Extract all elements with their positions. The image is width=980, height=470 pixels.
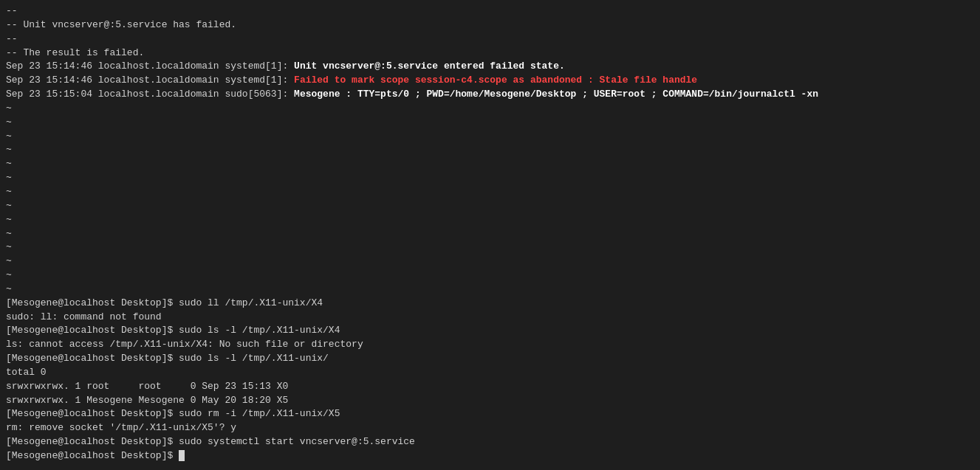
line-4: -- The result is failed. bbox=[6, 46, 974, 61]
line-tilde-7: ~ bbox=[6, 185, 974, 199]
line-7: Sep 23 15:15:04 localhost.localdomain su… bbox=[6, 88, 974, 102]
line-tilde-13: ~ bbox=[6, 269, 974, 283]
terminal-output: -- -- Unit vncserver@:5.service has fail… bbox=[6, 4, 974, 463]
line-prompt[interactable]: [Mesogene@localhost Desktop]$ bbox=[6, 449, 974, 463]
line-cmd-7: srwxrwxrwx. 1 root root 0 Sep 23 15:13 X… bbox=[6, 380, 974, 394]
line-tilde-6: ~ bbox=[6, 171, 974, 185]
line-tilde-14: ~ bbox=[6, 283, 974, 297]
line-cmd-8: srwxrwxrwx. 1 Mesogene Mesogene 0 May 20… bbox=[6, 394, 974, 408]
line-tilde-5: ~ bbox=[6, 157, 974, 171]
line-cmd-6: total 0 bbox=[6, 366, 974, 380]
line-2: -- Unit vncserver@:5.service has failed. bbox=[6, 18, 974, 32]
line-cmd-4: ls: cannot access /tmp/.X11-unix/X4: No … bbox=[6, 338, 974, 352]
line-tilde-9: ~ bbox=[6, 213, 974, 227]
prompt-text: [Mesogene@localhost Desktop]$ bbox=[6, 450, 179, 461]
line-tilde-3: ~ bbox=[6, 130, 974, 144]
line-tilde-4: ~ bbox=[6, 143, 974, 157]
line-cmd-11: [Mesogene@localhost Desktop]$ sudo syste… bbox=[6, 435, 974, 449]
line-cmd-10: rm: remove socket '/tmp/.X11-unix/X5'? y bbox=[6, 421, 974, 435]
line-tilde-10: ~ bbox=[6, 227, 974, 241]
line-tilde-11: ~ bbox=[6, 241, 974, 255]
line-cmd-2: sudo: ll: command not found bbox=[6, 311, 974, 325]
line-cmd-1: [Mesogene@localhost Desktop]$ sudo ll /t… bbox=[6, 297, 974, 311]
line-6: Sep 23 15:14:46 localhost.localdomain sy… bbox=[6, 74, 974, 88]
cursor bbox=[179, 450, 185, 461]
line-3: -- bbox=[6, 32, 974, 46]
line-cmd-3: [Mesogene@localhost Desktop]$ sudo ls -l… bbox=[6, 324, 974, 338]
line-tilde-2: ~ bbox=[6, 116, 974, 130]
terminal-window[interactable]: -- -- Unit vncserver@:5.service has fail… bbox=[0, 0, 980, 470]
line-tilde-1: ~ bbox=[6, 102, 974, 116]
line-5: Sep 23 15:14:46 localhost.localdomain sy… bbox=[6, 60, 974, 74]
line-tilde-12: ~ bbox=[6, 255, 974, 269]
line-tilde-8: ~ bbox=[6, 199, 974, 213]
line-cmd-5: [Mesogene@localhost Desktop]$ sudo ls -l… bbox=[6, 352, 974, 366]
line-1: -- bbox=[6, 4, 974, 18]
line-cmd-9: [Mesogene@localhost Desktop]$ sudo rm -i… bbox=[6, 407, 974, 421]
